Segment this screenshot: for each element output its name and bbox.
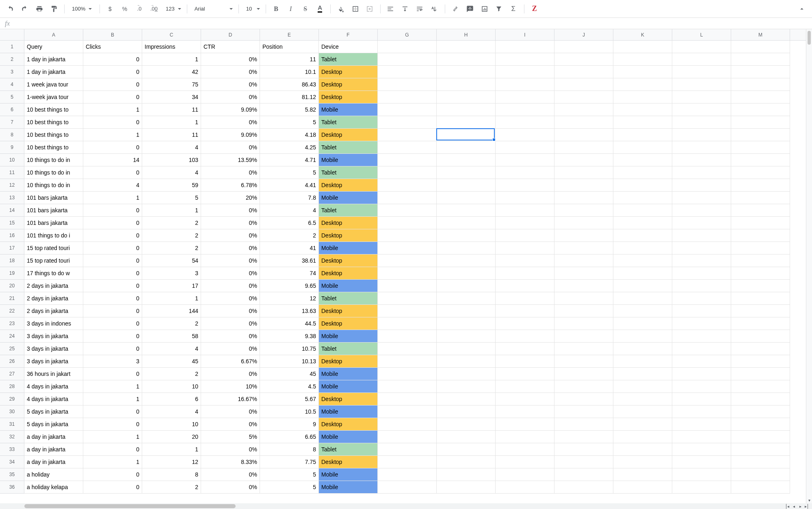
- cell[interactable]: 10 best things to: [24, 116, 83, 129]
- cell[interactable]: 4.25: [260, 141, 319, 154]
- cell[interactable]: Desktop: [319, 456, 378, 468]
- cell[interactable]: [378, 456, 437, 468]
- cell[interactable]: Desktop: [319, 267, 378, 280]
- cell[interactable]: 3: [142, 267, 201, 280]
- cell[interactable]: [613, 468, 672, 481]
- cell[interactable]: [554, 192, 613, 204]
- cell[interactable]: 14: [83, 154, 142, 166]
- vertical-scroll-down-icon[interactable]: ▾: [806, 498, 812, 503]
- cell[interactable]: [613, 204, 672, 217]
- cell[interactable]: [496, 179, 554, 192]
- cell[interactable]: Desktop: [319, 317, 378, 330]
- cell[interactable]: [496, 481, 554, 494]
- cell[interactable]: 9.65: [260, 280, 319, 292]
- cell[interactable]: Tablet: [319, 204, 378, 217]
- decrease-decimal-button[interactable]: .0←: [132, 3, 146, 15]
- cell[interactable]: [672, 129, 731, 141]
- cell[interactable]: 103: [142, 154, 201, 166]
- cell[interactable]: 0%: [201, 116, 260, 129]
- cell[interactable]: 0: [83, 78, 142, 91]
- cell[interactable]: 0: [83, 204, 142, 217]
- font-family-dropdown[interactable]: Arial: [191, 3, 235, 15]
- cell[interactable]: 20: [142, 431, 201, 443]
- cell[interactable]: 10.13: [260, 355, 319, 368]
- cell[interactable]: [496, 431, 554, 443]
- cell[interactable]: [378, 380, 437, 393]
- cells-area[interactable]: QueryClicksImpressionsCTRPositionDevice1…: [24, 41, 812, 503]
- cell[interactable]: 1: [83, 431, 142, 443]
- cell[interactable]: [437, 355, 496, 368]
- column-header-F[interactable]: F: [319, 29, 378, 41]
- cell[interactable]: [731, 343, 790, 355]
- cell[interactable]: 0%: [201, 53, 260, 66]
- cell[interactable]: 54: [142, 254, 201, 267]
- cell[interactable]: [437, 217, 496, 229]
- column-header-L[interactable]: L: [672, 29, 731, 41]
- formula-input[interactable]: [14, 18, 812, 29]
- cell[interactable]: [731, 254, 790, 267]
- cell[interactable]: [613, 368, 672, 380]
- cell[interactable]: 0%: [201, 368, 260, 380]
- cell[interactable]: 4: [142, 405, 201, 418]
- cell[interactable]: [613, 330, 672, 343]
- row-header[interactable]: 1: [0, 41, 24, 53]
- cell[interactable]: [378, 468, 437, 481]
- cell[interactable]: 10: [142, 380, 201, 393]
- cell[interactable]: [496, 468, 554, 481]
- cell[interactable]: [554, 405, 613, 418]
- cell[interactable]: [437, 305, 496, 317]
- cell[interactable]: [731, 267, 790, 280]
- cell[interactable]: [437, 368, 496, 380]
- cell[interactable]: 0%: [201, 468, 260, 481]
- cell[interactable]: [731, 204, 790, 217]
- vertical-scrollbar[interactable]: ▾: [806, 29, 812, 503]
- cell[interactable]: Mobile: [319, 368, 378, 380]
- row-header[interactable]: 15: [0, 217, 24, 229]
- cell[interactable]: [672, 229, 731, 242]
- cell[interactable]: [731, 78, 790, 91]
- cell[interactable]: [496, 129, 554, 141]
- cell[interactable]: 0%: [201, 267, 260, 280]
- row-header[interactable]: 12: [0, 179, 24, 192]
- cell[interactable]: [672, 204, 731, 217]
- cell[interactable]: 59: [142, 179, 201, 192]
- cell[interactable]: 45: [142, 355, 201, 368]
- cell[interactable]: [672, 405, 731, 418]
- cell[interactable]: [731, 154, 790, 166]
- cell[interactable]: 2 days in jakarta: [24, 280, 83, 292]
- cell[interactable]: 2: [142, 317, 201, 330]
- cell[interactable]: [731, 53, 790, 66]
- cell[interactable]: Mobile: [319, 154, 378, 166]
- cell[interactable]: [437, 66, 496, 78]
- cell[interactable]: [437, 317, 496, 330]
- cell[interactable]: 4: [142, 166, 201, 179]
- cell[interactable]: [672, 267, 731, 280]
- cell[interactable]: Position: [260, 41, 319, 53]
- cell[interactable]: [554, 431, 613, 443]
- cell[interactable]: Tablet: [319, 443, 378, 456]
- cell[interactable]: 4 days in jakarta: [24, 393, 83, 405]
- cell[interactable]: 1: [142, 292, 201, 305]
- cell[interactable]: 0%: [201, 280, 260, 292]
- row-header[interactable]: 13: [0, 192, 24, 204]
- cell[interactable]: [496, 305, 554, 317]
- cell[interactable]: 9.38: [260, 330, 319, 343]
- cell[interactable]: [378, 343, 437, 355]
- cell[interactable]: 1 day in jakarta: [24, 53, 83, 66]
- cell[interactable]: [554, 330, 613, 343]
- cell[interactable]: [613, 166, 672, 179]
- cell[interactable]: [496, 166, 554, 179]
- cell[interactable]: Impressions: [142, 41, 201, 53]
- row-header[interactable]: 35: [0, 468, 24, 481]
- cell[interactable]: 6.67%: [201, 355, 260, 368]
- cell[interactable]: 75: [142, 78, 201, 91]
- cell[interactable]: 0: [83, 217, 142, 229]
- cell[interactable]: Mobile: [319, 481, 378, 494]
- row-header[interactable]: 22: [0, 305, 24, 317]
- cell[interactable]: [672, 431, 731, 443]
- cell[interactable]: 13.63: [260, 305, 319, 317]
- cell[interactable]: 0%: [201, 330, 260, 343]
- column-header-G[interactable]: G: [378, 29, 437, 41]
- cell[interactable]: 86.43: [260, 78, 319, 91]
- cell[interactable]: [437, 192, 496, 204]
